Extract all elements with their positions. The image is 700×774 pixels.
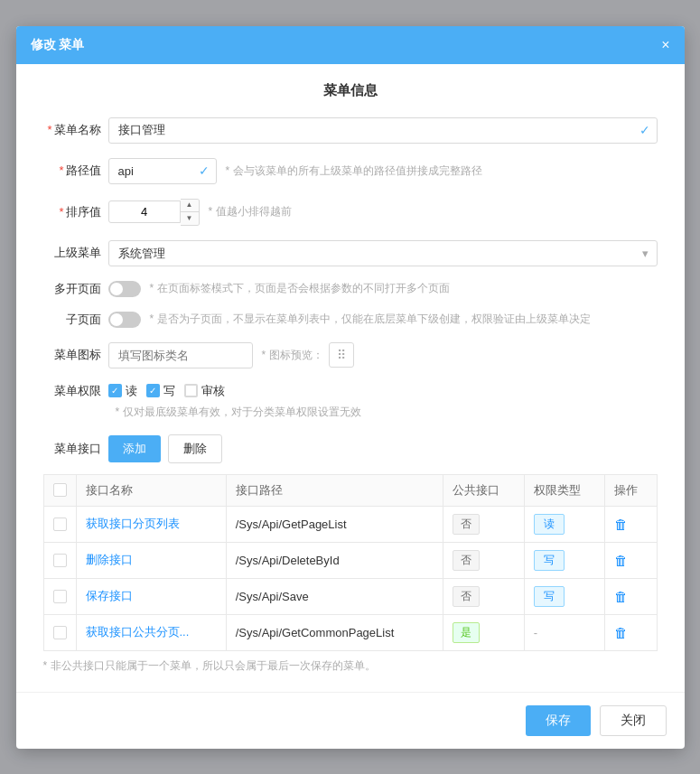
sub-page-label: 子页面 <box>43 312 108 328</box>
menu-name-input[interactable] <box>108 117 658 144</box>
col-name: 接口名称 <box>76 474 226 506</box>
delete-row-button[interactable]: 🗑 <box>614 589 628 604</box>
delete-row-button[interactable]: 🗑 <box>614 517 628 532</box>
path-row: *路径值 ✓ * 会与该菜单的所有上级菜单的路径值拼接成完整路径 <box>43 158 658 184</box>
toggle-row-multi: * 在页面标签模式下，页面是否会根据参数的不同打开多个页面 <box>108 281 658 297</box>
perm-item-read[interactable]: ✓ 读 <box>108 383 137 399</box>
path-input-wrap: ✓ <box>108 158 217 184</box>
row-name: 获取接口分页列表 <box>76 506 226 542</box>
row-public: 是 <box>443 614 524 650</box>
public-tag: 否 <box>453 514 480 535</box>
perm-item-write[interactable]: ✓ 写 <box>146 383 175 399</box>
header-checkbox[interactable] <box>53 483 67 497</box>
sort-input-wrap: ▲ ▼ * 值越小排得越前 <box>108 199 292 226</box>
save-button[interactable]: 保存 <box>526 705 591 736</box>
perms-label: 菜单权限 <box>43 383 108 399</box>
interface-name-link[interactable]: 保存接口 <box>86 589 133 602</box>
row-path: /Sys/Api/GetPageList <box>226 506 443 542</box>
grid-icon: ⠿ <box>337 348 346 362</box>
sort-hint: * 值越小排得越前 <box>209 204 292 219</box>
parent-label: 上级菜单 <box>43 245 108 261</box>
add-interface-button[interactable]: 添加 <box>108 435 161 462</box>
required-star2: * <box>59 163 63 177</box>
sort-input[interactable] <box>108 200 181 223</box>
delete-row-button[interactable]: 🗑 <box>614 625 628 640</box>
path-check-icon: ✓ <box>199 163 210 178</box>
close-button[interactable]: × <box>661 38 669 52</box>
interface-name-link[interactable]: 获取接口分页列表 <box>86 517 180 530</box>
parent-row: 上级菜单 系统管理 ▾ <box>43 240 658 266</box>
section-title: 菜单信息 <box>43 82 658 99</box>
perms-row: 菜单权限 ✓ 读 ✓ 写 <box>43 383 658 420</box>
row-perm-type: 写 <box>524 542 604 578</box>
icon-preview-box: ⠿ <box>329 342 354 368</box>
interface-name-link[interactable]: 删除接口 <box>86 553 133 566</box>
row-checkbox-cell <box>43 578 76 614</box>
toggle-row-sub: * 是否为子页面，不显示在菜单列表中，仅能在底层菜单下级创建，权限验证由上级菜单… <box>108 312 658 328</box>
check-mark-write: ✓ <box>149 387 156 396</box>
sort-row: *排序值 ▲ ▼ * 值越小排得越前 <box>43 199 658 226</box>
table-row: 保存接口 /Sys/Api/Save 否 写 🗑 <box>43 578 657 614</box>
col-perm-type: 权限类型 <box>524 474 604 506</box>
row-public: 否 <box>443 506 524 542</box>
perm-badge: 读 <box>534 514 565 535</box>
public-tag: 是 <box>453 622 480 643</box>
row-perm-type: 写 <box>524 578 604 614</box>
path-hint: * 会与该菜单的所有上级菜单的路径值拼接成完整路径 <box>226 163 482 179</box>
icon-input-wrap: * 图标预览： ⠿ <box>108 342 658 368</box>
row-checkbox[interactable] <box>53 626 67 639</box>
row-name: 删除接口 <box>76 542 226 578</box>
sort-up-button[interactable]: ▲ <box>181 200 199 212</box>
sub-page-toggle[interactable] <box>108 312 141 328</box>
icon-label: 菜单图标 <box>43 347 108 363</box>
perms-checkboxes: ✓ 读 ✓ 写 审核 <box>108 383 225 399</box>
perm-label-read: 读 <box>126 383 137 399</box>
row-checkbox[interactable] <box>53 590 67 603</box>
interface-header: 菜单接口 添加 删除 <box>43 434 658 463</box>
col-action: 操作 <box>604 474 657 506</box>
row-checkbox[interactable] <box>53 554 67 567</box>
row-action: 🗑 <box>604 542 657 578</box>
modal-body: 菜单信息 *菜单名称 ✓ *路径值 ✓ <box>16 64 685 692</box>
perm-item-review[interactable]: 审核 <box>184 383 225 399</box>
row-perm-type: - <box>524 614 604 650</box>
delete-interface-button[interactable]: 删除 <box>168 434 222 463</box>
delete-row-button[interactable]: 🗑 <box>614 553 628 568</box>
row-path: /Sys/Api/DeleteById <box>226 542 443 578</box>
perm-badge: 写 <box>534 586 565 607</box>
path-row-content: ✓ * 会与该菜单的所有上级菜单的路径值拼接成完整路径 <box>108 158 658 184</box>
perm-checkbox-review[interactable] <box>184 384 198 397</box>
public-tag: 否 <box>453 586 480 607</box>
sub-page-row: 子页面 * 是否为子页面，不显示在菜单列表中，仅能在底层菜单下级创建，权限验证由… <box>43 312 658 328</box>
row-checkbox[interactable] <box>53 518 67 531</box>
interface-name-link[interactable]: 获取接口公共分页... <box>86 625 190 639</box>
required-star3: * <box>59 205 63 219</box>
row-checkbox-cell <box>43 506 76 542</box>
perms-hint: * 仅对最底级菜单有效，对于分类菜单权限设置无效 <box>116 405 361 420</box>
sort-down-button[interactable]: ▼ <box>181 212 199 225</box>
parent-select[interactable]: 系统管理 <box>108 240 658 266</box>
footer-close-button[interactable]: 关闭 <box>600 705 667 736</box>
multi-page-toggle[interactable] <box>108 281 141 297</box>
perm-checkbox-read[interactable]: ✓ <box>108 384 122 397</box>
col-path: 接口路径 <box>226 474 443 506</box>
row-path: /Sys/Api/GetCommonPageList <box>226 614 443 650</box>
table-header-row: 接口名称 接口路径 公共接口 权限类型 操作 <box>43 474 657 506</box>
perm-label-write: 写 <box>163 383 175 399</box>
path-label: *路径值 <box>43 163 108 179</box>
icon-row: 菜单图标 * 图标预览： ⠿ <box>43 342 658 368</box>
perm-checkbox-write[interactable]: ✓ <box>146 384 160 397</box>
modal-dialog: 修改 菜单 × 菜单信息 *菜单名称 ✓ *路径值 <box>16 26 685 749</box>
sort-arrows: ▲ ▼ <box>181 199 200 226</box>
interface-table: 接口名称 接口路径 公共接口 权限类型 操作 获取接口分页列表 /Sys/Api… <box>43 474 658 651</box>
row-action: 🗑 <box>604 614 657 650</box>
modal-overlay: 修改 菜单 × 菜单信息 *菜单名称 ✓ *路径值 <box>0 0 700 774</box>
icon-preview-label: * 图标预览： <box>262 348 323 363</box>
icon-input[interactable] <box>108 342 253 368</box>
row-checkbox-cell <box>43 614 76 650</box>
parent-select-wrap: 系统管理 ▾ <box>108 240 658 266</box>
col-checkbox <box>43 474 76 506</box>
modal-footer: 保存 关闭 <box>16 692 685 749</box>
col-public: 公共接口 <box>443 474 524 506</box>
multi-page-hint: * 在页面标签模式下，页面是否会根据参数的不同打开多个页面 <box>150 281 450 296</box>
